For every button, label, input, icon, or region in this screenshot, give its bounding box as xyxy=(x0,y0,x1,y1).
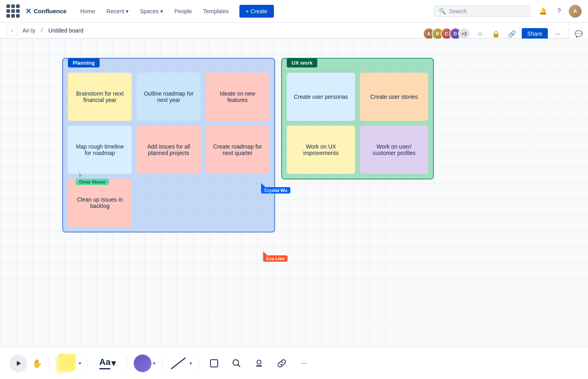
line-tool[interactable]: ▾ xyxy=(169,355,192,372)
sticky-user-personas[interactable]: Create user personas xyxy=(287,73,355,121)
link-tool[interactable] xyxy=(273,355,290,372)
play-button[interactable] xyxy=(10,355,27,372)
collaborator-avatars: A B C D +3 xyxy=(423,28,470,40)
planning-group: Planning Brainstorm for next financial y… xyxy=(62,58,275,232)
top-navigation: ✕ Confluence Home Recent ▾ Spaces ▾ Peop… xyxy=(0,0,588,22)
nav-people[interactable]: People xyxy=(170,6,196,17)
font-dropdown-arrow[interactable]: ▾ xyxy=(111,358,116,369)
cursor-label-crystal: Crystal Wu xyxy=(261,187,290,194)
stamp-tool[interactable] xyxy=(250,355,268,372)
chevron-down-icon: ▾ xyxy=(160,8,163,14)
nav-spaces[interactable]: Spaces ▾ xyxy=(136,6,167,17)
toolbar-divider-5 xyxy=(198,357,199,370)
svg-rect-9 xyxy=(256,365,262,367)
svg-point-6 xyxy=(233,360,239,365)
avatar-count[interactable]: +3 xyxy=(458,28,470,40)
breadcrumb-bar: ‹ Air-ly / Untitled board A B C D +3 ☆ 🔒… xyxy=(0,22,588,39)
text-tool[interactable]: Aa ▾ xyxy=(94,354,120,373)
line-dropdown-arrow[interactable]: ▾ xyxy=(190,361,192,366)
more-tools-button[interactable]: ··· xyxy=(295,355,313,372)
help-icon[interactable]: ? xyxy=(553,5,566,18)
breadcrumb-title: Untitled board xyxy=(48,27,83,34)
svg-rect-5 xyxy=(210,360,218,367)
font-underline xyxy=(99,368,110,369)
toolbar-divider-1 xyxy=(49,357,49,370)
breadcrumb-separator: / xyxy=(41,27,43,34)
toolbar-divider-2 xyxy=(88,357,88,370)
nav-templates[interactable]: Templates xyxy=(199,6,233,17)
cursor-eva: Eva Lien xyxy=(263,251,269,259)
cursor-omar-arrow xyxy=(79,172,84,179)
sticky-notes-icon xyxy=(55,354,77,373)
svg-marker-3 xyxy=(17,361,21,366)
app-name: Confluence xyxy=(34,8,67,14)
breadcrumb: Air-ly / Untitled board xyxy=(22,27,84,34)
sticky-add-issues[interactable]: Add issues for all planned projects xyxy=(137,126,200,174)
color-dropdown-arrow[interactable]: ▾ xyxy=(153,361,155,366)
share-button[interactable]: Share xyxy=(522,28,548,39)
sticky-ux-improvements[interactable]: Work on UX improvements xyxy=(287,126,355,174)
color-circle-icon xyxy=(134,355,151,372)
breadcrumb-space: Air-ly xyxy=(22,27,35,34)
color-tool[interactable]: ▾ xyxy=(134,355,155,372)
sticky-user-stories[interactable]: Create user stories xyxy=(360,73,428,121)
svg-line-4 xyxy=(171,358,186,369)
ux-group-label: UX work xyxy=(287,58,317,67)
font-icon: Aa xyxy=(99,357,110,367)
logo-icon: ✕ xyxy=(25,7,31,16)
cursor-label-omar: Omar Aboue xyxy=(76,179,109,185)
ux-group: UX work Create user personas Create user… xyxy=(281,58,434,179)
svg-marker-0 xyxy=(79,173,82,177)
sticky-customer-profiles[interactable]: Work on user/ customer profiles xyxy=(360,126,428,174)
search-input[interactable]: 🔍 Search xyxy=(434,5,530,17)
sticky-tool[interactable]: ▾ xyxy=(55,354,81,373)
app-grid-icon[interactable] xyxy=(6,4,20,18)
chevron-down-icon: ▾ xyxy=(126,8,129,14)
hand-tool[interactable]: ✋ xyxy=(32,359,42,368)
nav-home[interactable]: Home xyxy=(76,6,99,17)
notifications-icon[interactable]: 🔔 xyxy=(537,5,549,18)
toolbar-divider-4 xyxy=(162,357,162,370)
search-icon: 🔍 xyxy=(439,8,446,14)
bottom-toolbar: ✋ ▾ Aa ▾ ▾ ▾ ··· xyxy=(0,347,588,379)
create-button[interactable]: + Create xyxy=(239,5,274,18)
sidebar-toggle[interactable]: ‹ xyxy=(6,25,18,36)
user-avatar[interactable]: A xyxy=(569,5,582,18)
sticky-create-roadmap[interactable]: Create roadmap for next quarter xyxy=(206,126,270,174)
svg-line-7 xyxy=(238,365,240,367)
planning-group-label: Planning xyxy=(68,58,100,67)
sticky-map[interactable]: Map rough timeline for roadmap Omar Abou… xyxy=(68,126,132,174)
svg-point-8 xyxy=(257,360,261,364)
logo[interactable]: ✕ Confluence xyxy=(25,7,67,16)
sticky-outline[interactable]: Outline roadmap for next year xyxy=(137,73,200,121)
sticky-ideate[interactable]: Ideate on new features xyxy=(206,73,270,121)
shape-tool[interactable] xyxy=(205,355,223,372)
nav-recent[interactable]: Recent ▾ xyxy=(102,6,133,17)
sticky-dropdown-arrow[interactable]: ▾ xyxy=(79,361,81,366)
nav-icon-group: 🔔 ? A xyxy=(537,5,582,18)
canvas-area[interactable]: Planning Brainstorm for next financial y… xyxy=(0,39,588,347)
cursor-crystal: Crystal Wu xyxy=(261,183,267,190)
search-tool[interactable] xyxy=(228,355,245,372)
sticky-brainstorm[interactable]: Brainstorm for next financial year xyxy=(68,73,132,121)
cursor-label-eva: Eva Lien xyxy=(263,255,288,262)
toolbar-divider-3 xyxy=(127,357,127,370)
sticky-clean[interactable]: Clean up issues in backlog xyxy=(68,179,132,227)
